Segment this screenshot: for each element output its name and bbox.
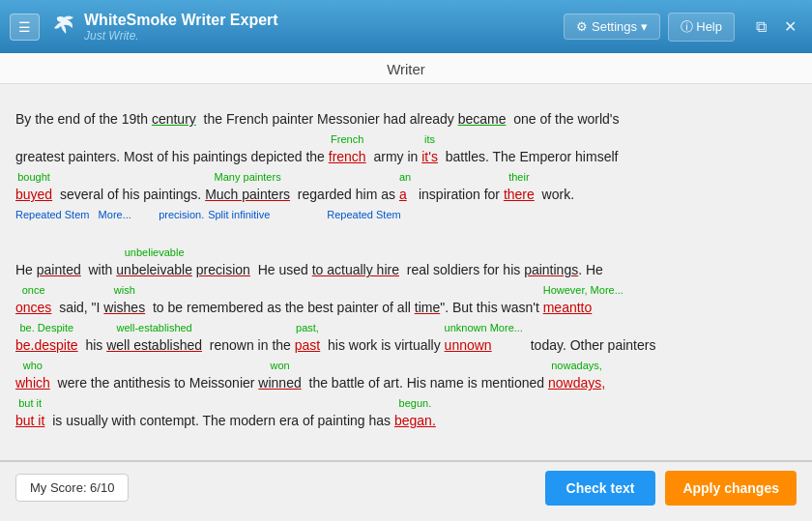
french-error: french xyxy=(329,149,366,164)
bedespite-error: be.despite xyxy=(15,337,78,353)
past-correction: past, past xyxy=(295,322,320,358)
app-subtitle: Just Write. xyxy=(84,29,278,43)
painted-word: painted xyxy=(37,246,81,282)
their-correction: their there xyxy=(504,171,535,207)
toactuallyhire-word: to actually hire xyxy=(312,246,399,282)
its-error: it's xyxy=(421,149,438,164)
wellestablished-correction: well-established well established xyxy=(106,322,202,358)
writer-label: Writer xyxy=(0,53,812,84)
app-title: WhiteSmoke Writer Expert xyxy=(84,11,278,29)
close-button[interactable]: ✕ xyxy=(778,15,802,38)
paintings2-word: paintings xyxy=(524,246,578,282)
manypainters-correction: Many painters Much painters xyxy=(205,171,290,207)
won-correction: won winned xyxy=(258,360,301,395)
text-paragraph-1: By the end of the 19th century the Frenc… xyxy=(15,96,793,131)
once-correction: once onces xyxy=(15,284,51,320)
there-error: there xyxy=(504,187,535,202)
unnown-error: unnown xyxy=(445,337,492,353)
apply-changes-button[interactable]: Apply changes xyxy=(665,471,797,506)
time-word: time xyxy=(415,284,440,320)
muchpainters-error: Much painters xyxy=(205,187,290,202)
repeated-stem-note2: Repeated Stem xyxy=(274,209,400,245)
painted-underline: painted xyxy=(37,262,81,277)
text-paragraph-4b: He painted with unbelievable unbeleivabl… xyxy=(15,246,793,282)
text-paragraph-4: Repeated Stem More... precision. Split i… xyxy=(15,209,793,245)
editor-area[interactable]: By the end of the 19th century the Frenc… xyxy=(0,84,812,461)
nowdays-error: nowdays, xyxy=(548,375,605,391)
help-button[interactable]: ⓘ Help xyxy=(668,13,735,42)
bought-correction: bought buyed xyxy=(15,171,52,207)
wish-correction: wish wishes xyxy=(103,284,145,320)
text-paragraph-3: bought buyed several of his paintings. M… xyxy=(15,171,793,207)
text-paragraph-2: greatest painters. Most of his paintings… xyxy=(15,133,793,169)
precision-word: precision xyxy=(196,246,250,282)
which-error: which xyxy=(15,375,50,391)
past-error: past xyxy=(295,337,320,353)
winned-error: winned xyxy=(258,375,301,391)
text-paragraph-7: but it but it is usually with contempt. … xyxy=(15,397,793,433)
unknown-correction: unknown More... unnown xyxy=(445,322,523,358)
window-controls: ⧉ ✕ xyxy=(750,15,802,38)
title-bar: ☰ WhiteSmoke Writer Expert Just Write. ⚙… xyxy=(0,0,812,53)
logo-icon xyxy=(49,13,78,42)
butit-error: but it xyxy=(15,413,44,428)
wellestablished-error: well established xyxy=(106,337,202,353)
menu-icon: ☰ xyxy=(18,19,31,35)
became-word: became xyxy=(458,111,507,127)
paintings2-underline: paintings xyxy=(524,262,578,277)
toactuallyhire-underline: to actually hire xyxy=(312,262,399,277)
app-name-area: WhiteSmoke Writer Expert Just Write. xyxy=(84,11,278,43)
logo-area: WhiteSmoke Writer Expert Just Write. xyxy=(49,11,554,43)
check-text-button[interactable]: Check text xyxy=(545,471,656,506)
meantto-error: meantto xyxy=(543,300,593,315)
century-correction: century xyxy=(152,96,196,131)
onces-error: onces xyxy=(15,300,51,315)
began-error: began. xyxy=(394,413,436,428)
french-correction: French french xyxy=(329,133,366,169)
restore-button[interactable]: ⧉ xyxy=(750,15,772,38)
menu-button[interactable]: ☰ xyxy=(10,14,40,41)
text-paragraph-6: who which were the antithesis to Meisson… xyxy=(15,360,793,395)
butit-correction: but it but it xyxy=(15,397,44,433)
buyed-error: buyed xyxy=(15,187,52,202)
begun-correction: begun. began. xyxy=(394,397,436,433)
precision-note: precision. xyxy=(135,209,205,245)
precision-underline: precision xyxy=(196,262,250,277)
be-correction: be. Despite be.despite xyxy=(15,322,78,358)
century-word: century xyxy=(152,111,196,127)
text-paragraph-5b: be. Despite be.despite his well-establis… xyxy=(15,322,793,358)
unbelievable-correction: unbelievable unbeleivable xyxy=(116,246,192,282)
split-inf-note: Split infinitive xyxy=(208,209,270,245)
wishes-error: wishes xyxy=(103,300,145,315)
unbeleivable-error: unbeleivable xyxy=(116,262,192,277)
score-badge: My Score: 6/10 xyxy=(15,474,129,502)
time-underline: time xyxy=(415,300,440,315)
a-error: a xyxy=(399,187,407,202)
its-correction: its it's xyxy=(421,133,438,169)
meantto-correction: However, More... meantto xyxy=(543,284,624,320)
title-actions: ⚙ Settings ▾ ⓘ Help ⧉ ✕ xyxy=(564,13,802,42)
repeated-stem-note: Repeated Stem More... xyxy=(15,209,131,245)
settings-button[interactable]: ⚙ Settings ▾ xyxy=(564,14,659,40)
an-correction: an a xyxy=(399,171,411,207)
text-paragraph-5: once onces said, "I wish wishes to be re… xyxy=(15,284,793,320)
who-correction: who which xyxy=(15,360,50,395)
nowadays-correction: nowadays, nowdays, xyxy=(548,360,605,395)
bottom-bar: My Score: 6/10 Check text Apply changes xyxy=(0,461,812,513)
